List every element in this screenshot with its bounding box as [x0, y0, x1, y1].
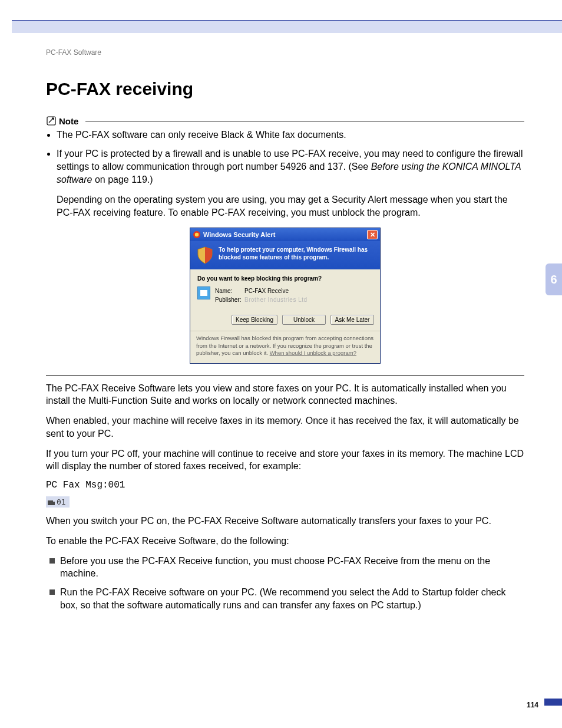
program-info: Name:PC-FAX Receive Publisher:Brother In…: [215, 286, 308, 304]
body-p2: When enabled, your machine will receive …: [46, 414, 524, 440]
step-item: Run the PC-FAX Receive software on your …: [49, 586, 524, 612]
program-icon: [197, 286, 210, 299]
note-icon: [46, 116, 57, 126]
note-text: The PC-FAX software can only receive Bla…: [57, 130, 346, 140]
svg-rect-5: [48, 500, 53, 505]
svg-rect-6: [53, 502, 55, 505]
note-ref-tail: on page 119.): [92, 174, 153, 185]
separator: [46, 375, 524, 376]
svg-rect-3: [200, 290, 207, 295]
body-p4: When you switch your PC on, the PC-FAX R…: [46, 515, 524, 528]
chapter-tab: 6: [546, 263, 562, 295]
steps-list: Before you use the PC-FAX Receive functi…: [46, 555, 524, 612]
step-text: Run the PC-FAX Receive software on your …: [60, 587, 506, 610]
dialog-figure: Windows Security Alert ✕ To help protect…: [46, 228, 524, 363]
body-p5: To enable the PC-FAX Receive Software, d…: [46, 535, 524, 548]
lcd-text-example: PC Fax Msg:001: [46, 480, 524, 490]
svg-rect-4: [200, 295, 207, 296]
dialog-buttons: Keep Blocking Unblock Ask Me Later: [190, 311, 380, 331]
page-content: PC-FAX Software PC-FAX receiving Note Th…: [46, 48, 524, 618]
step-item: Before you use the PC-FAX Receive functi…: [49, 555, 524, 581]
step-text: Before you use the PC-FAX Receive functi…: [60, 556, 490, 579]
dialog-body: Do you want to keep blocking this progra…: [190, 269, 380, 311]
note-item: If your PC is protected by a firewall an…: [57, 147, 524, 219]
body-p3: If you turn your PC off, your machine wi…: [46, 447, 524, 473]
shield-icon: [196, 246, 214, 265]
dialog-title-text: Windows Security Alert: [203, 231, 275, 238]
dialog-warning-text: To help protect your computer, Windows F…: [219, 246, 374, 265]
close-icon[interactable]: ✕: [367, 230, 378, 239]
lcd-count: 01: [57, 498, 66, 506]
dialog-footer-link[interactable]: When should I unblock a program?: [270, 350, 356, 356]
page-number-bar: [544, 699, 562, 706]
name-value: PC-FAX Receive: [244, 288, 289, 294]
page-title: PC-FAX receiving: [46, 79, 524, 99]
name-label: Name:: [215, 286, 244, 295]
lcd-badge: 01: [46, 496, 70, 508]
header-bar: [12, 20, 562, 33]
note-sub: Depending on the operating system you ar…: [57, 193, 524, 219]
program-info-row: Name:PC-FAX Receive Publisher:Brother In…: [197, 286, 373, 304]
breadcrumb: PC-FAX Software: [46, 48, 524, 57]
svg-rect-0: [47, 117, 55, 125]
fax-icon: [47, 499, 55, 506]
note-label: Note: [59, 116, 78, 126]
alert-icon: [193, 230, 201, 239]
security-alert-dialog: Windows Security Alert ✕ To help protect…: [190, 228, 381, 363]
note-rule: [85, 121, 524, 121]
ask-later-button[interactable]: Ask Me Later: [330, 315, 374, 325]
dialog-question: Do you want to keep blocking this progra…: [197, 275, 373, 282]
publisher-label: Publisher:: [215, 295, 244, 304]
dialog-footer: Windows Firewall has blocked this progra…: [190, 331, 380, 363]
note-list: The PC-FAX software can only receive Bla…: [46, 129, 524, 219]
unblock-button[interactable]: Unblock: [282, 315, 326, 325]
page-number: 114: [527, 701, 538, 709]
lcd-badge-row: 01: [46, 496, 524, 515]
dialog-warning-banner: To help protect your computer, Windows F…: [190, 241, 380, 269]
note-item: The PC-FAX software can only receive Bla…: [57, 129, 524, 141]
keep-blocking-button[interactable]: Keep Blocking: [232, 315, 277, 325]
note-heading: Note: [46, 116, 524, 126]
body-p1: The PC-FAX Receive Software lets you vie…: [46, 382, 524, 408]
publisher-value: Brother Industries Ltd: [244, 297, 308, 303]
dialog-titlebar: Windows Security Alert ✕: [190, 228, 380, 241]
svg-point-2: [195, 233, 199, 236]
